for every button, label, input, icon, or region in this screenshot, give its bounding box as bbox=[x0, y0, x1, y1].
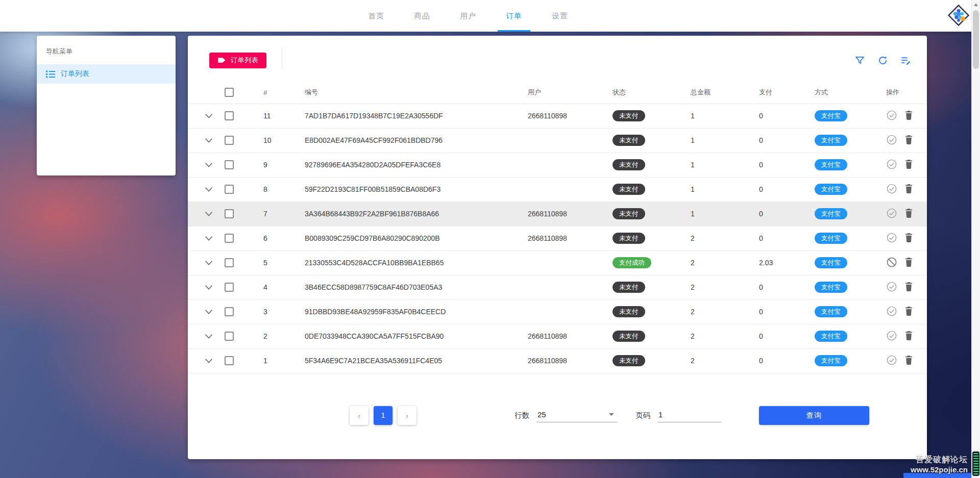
expand-row-chevron-icon[interactable] bbox=[203, 283, 214, 292]
check-circle-icon[interactable] bbox=[886, 232, 897, 243]
header-code: 编号 bbox=[288, 82, 511, 104]
cell-code: 21330553C4D528ACCFA10BB9BA1EBB65 bbox=[288, 250, 511, 275]
expand-row-chevron-icon[interactable] bbox=[203, 308, 214, 316]
pagination: ‹ 1 › 行数 25 页码 查询 bbox=[188, 405, 927, 425]
trash-icon[interactable] bbox=[905, 135, 913, 144]
cell-method: 支付宝 bbox=[798, 324, 869, 348]
expand-row-chevron-icon[interactable] bbox=[203, 210, 214, 218]
sidebar-item-order-list[interactable]: 订单列表 bbox=[37, 64, 176, 84]
table-header-row: # 编号 用户 状态 总金额 支付 方式 操作 bbox=[188, 82, 927, 104]
tab-orders[interactable]: 订单 bbox=[491, 0, 537, 32]
scroll-up-arrow-icon[interactable] bbox=[974, 3, 978, 6]
cell-actions bbox=[869, 348, 927, 373]
check-circle-icon[interactable] bbox=[886, 355, 897, 366]
trash-icon[interactable] bbox=[905, 306, 913, 316]
trash-icon[interactable] bbox=[905, 355, 913, 365]
row-checkbox[interactable] bbox=[225, 160, 234, 169]
row-checkbox[interactable] bbox=[225, 332, 234, 341]
expand-row-chevron-icon[interactable] bbox=[203, 185, 214, 194]
check-circle-icon[interactable] bbox=[886, 110, 897, 121]
status-badge: 未支付 bbox=[612, 282, 645, 293]
expand-row-chevron-icon[interactable] bbox=[203, 234, 214, 243]
cell-total: 1 bbox=[674, 202, 742, 226]
cell-actions bbox=[869, 128, 927, 153]
refresh-icon[interactable] bbox=[877, 55, 888, 66]
row-checkbox[interactable] bbox=[225, 185, 234, 194]
toolbar-icons bbox=[854, 55, 912, 66]
edit-list-icon[interactable] bbox=[900, 55, 912, 66]
status-badge: 未支付 bbox=[612, 184, 645, 195]
top-navbar: 首页 商品 用户 订单 设置 bbox=[0, 0, 980, 32]
row-checkbox[interactable] bbox=[225, 136, 234, 145]
row-checkbox[interactable] bbox=[225, 234, 234, 243]
row-checkbox[interactable] bbox=[225, 356, 234, 365]
cell-user: 2668110898 bbox=[511, 202, 596, 226]
tab-settings[interactable]: 设置 bbox=[537, 0, 583, 32]
query-button[interactable]: 查询 bbox=[759, 406, 869, 425]
row-checkbox[interactable] bbox=[225, 258, 234, 267]
row-checkbox[interactable] bbox=[225, 307, 234, 316]
cell-paid: 2.03 bbox=[742, 250, 798, 275]
row-checkbox[interactable] bbox=[225, 209, 234, 218]
order-list-panel: 订单列表 # 编号 用户 状态 bbox=[188, 36, 927, 459]
trash-icon[interactable] bbox=[905, 282, 913, 291]
tag-icon bbox=[217, 57, 226, 64]
cell-paid: 0 bbox=[742, 153, 798, 177]
row-checkbox[interactable] bbox=[225, 283, 234, 292]
watermark: 吾爱破解论坛 www.52pojie.cn bbox=[911, 455, 968, 474]
trash-icon[interactable] bbox=[905, 159, 913, 169]
expand-row-chevron-icon[interactable] bbox=[203, 136, 214, 145]
row-checkbox[interactable] bbox=[225, 111, 234, 120]
tab-products[interactable]: 商品 bbox=[399, 0, 445, 32]
block-icon[interactable] bbox=[886, 257, 897, 268]
order-row: 6B0089309C259CD97B6A80290C890200B2668110… bbox=[188, 226, 927, 250]
cell-status: 未支付 bbox=[596, 202, 674, 226]
page-number-input[interactable] bbox=[657, 409, 721, 422]
expand-row-chevron-icon[interactable] bbox=[203, 357, 214, 365]
cell-total: 2 bbox=[674, 324, 742, 348]
panel-toolbar: 订单列表 bbox=[188, 36, 927, 71]
scrollbar-thumb[interactable] bbox=[973, 10, 979, 69]
trash-icon[interactable] bbox=[905, 257, 913, 267]
order-row: 15F34A6E9C7A21BCEA35A536911FC4E052668110… bbox=[188, 348, 927, 373]
check-circle-icon[interactable] bbox=[886, 159, 897, 170]
vertical-scrollbar[interactable] bbox=[971, 0, 980, 478]
check-circle-icon[interactable] bbox=[886, 208, 897, 219]
cell-total: 2 bbox=[674, 348, 742, 373]
trash-icon[interactable] bbox=[905, 110, 913, 120]
cell-method: 支付宝 bbox=[798, 104, 869, 128]
order-row: 859F22D2193C81FF00B51859CBA08D6F3未支付10支付… bbox=[188, 177, 927, 202]
trash-icon[interactable] bbox=[905, 184, 913, 193]
filter-icon[interactable] bbox=[854, 55, 865, 66]
expand-row-chevron-icon[interactable] bbox=[203, 161, 214, 169]
tab-home[interactable]: 首页 bbox=[353, 0, 399, 32]
cell-total: 1 bbox=[674, 177, 742, 202]
trash-icon[interactable] bbox=[905, 233, 913, 242]
check-circle-icon[interactable] bbox=[886, 183, 897, 194]
check-circle-icon[interactable] bbox=[886, 281, 897, 292]
chevron-down-icon bbox=[609, 413, 614, 416]
page-1-button[interactable]: 1 bbox=[374, 406, 393, 425]
cell-method: 支付宝 bbox=[798, 153, 869, 177]
cell-total: 1 bbox=[674, 104, 742, 128]
expand-row-chevron-icon[interactable] bbox=[203, 259, 214, 267]
trash-icon[interactable] bbox=[905, 208, 913, 218]
check-circle-icon[interactable] bbox=[886, 330, 897, 341]
select-all-checkbox[interactable] bbox=[225, 88, 234, 97]
method-badge: 支付宝 bbox=[815, 233, 847, 244]
check-circle-icon[interactable] bbox=[886, 306, 897, 317]
expand-row-chevron-icon[interactable] bbox=[203, 332, 214, 341]
next-page-button[interactable]: › bbox=[398, 406, 416, 425]
header-user: 用户 bbox=[511, 82, 596, 104]
status-badge: 未支付 bbox=[612, 208, 645, 220]
rows-per-page-select[interactable]: 25 bbox=[536, 409, 617, 422]
order-list-chip-button[interactable]: 订单列表 bbox=[209, 53, 266, 68]
status-badge: 未支付 bbox=[612, 159, 645, 171]
tab-users[interactable]: 用户 bbox=[445, 0, 491, 32]
trash-icon[interactable] bbox=[905, 331, 913, 340]
status-badge: 未支付 bbox=[612, 135, 645, 146]
check-circle-icon[interactable] bbox=[886, 134, 897, 145]
expand-row-chevron-icon[interactable] bbox=[203, 112, 214, 120]
cell-status: 未支付 bbox=[596, 177, 674, 202]
prev-page-button[interactable]: ‹ bbox=[350, 406, 369, 425]
